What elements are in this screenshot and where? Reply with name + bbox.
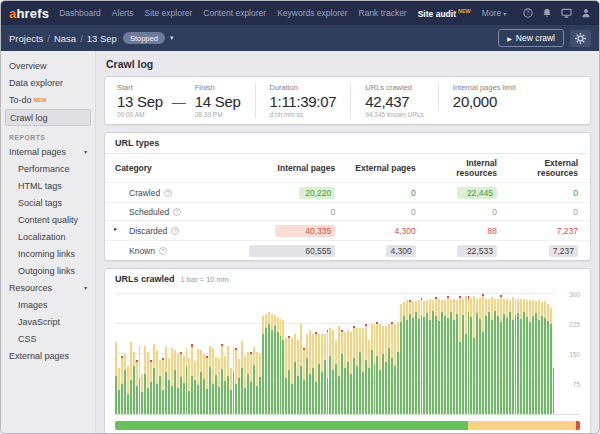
sidebar-item-performance[interactable]: Performance (1, 160, 95, 177)
value-cell: 22,533 (428, 241, 509, 261)
chart-bar (180, 352, 182, 414)
chart-bar (303, 348, 305, 414)
sidebar-item-content-quality[interactable]: Content quality (1, 211, 95, 228)
row-label: Discarded (129, 226, 167, 236)
bar-segment-3xx (415, 301, 417, 312)
display-icon[interactable] (561, 8, 572, 18)
bar-segment-2xx (547, 321, 549, 414)
nav-item-more[interactable]: More▾ (482, 8, 506, 18)
new-crawl-button[interactable]: ▶New crawl (498, 29, 564, 47)
bar-segment-3xx (233, 347, 235, 372)
y-tick-label: 300 (560, 291, 580, 298)
bar-segment-2xx (344, 368, 346, 414)
info-icon[interactable]: ? (159, 247, 167, 255)
bar-segment-3xx (141, 374, 143, 392)
summary-segment-3xx (468, 421, 576, 430)
chart-bar (156, 350, 158, 414)
sidebar-item-images[interactable]: Images (1, 296, 95, 313)
bar-segment-3xx (115, 342, 117, 376)
ahrefs-logo[interactable]: ahrefs (9, 6, 49, 21)
sidebar-item-localization[interactable]: Localization (1, 228, 95, 245)
bar-segment-3xx (121, 358, 123, 384)
bar-segment-2xx (253, 365, 255, 414)
sidebar-item-internal-pages[interactable]: Internal pages▾ (1, 143, 95, 160)
notifications-icon[interactable] (542, 8, 552, 18)
sidebar-item-external-pages[interactable]: External pages (1, 347, 95, 364)
sidebar-item-resources[interactable]: Resources▾ (1, 279, 95, 296)
bar-segment-2xx (397, 352, 399, 414)
bar-segment-3xx (262, 316, 264, 334)
sidebar-item-overview[interactable]: Overview (1, 57, 95, 74)
sidebar-item-crawl-log[interactable]: Crawl log (5, 109, 91, 126)
info-icon[interactable]: ? (173, 208, 181, 216)
bar-segment-3xx (309, 330, 311, 374)
nav-item-site-audit[interactable]: Site auditNEW (418, 8, 471, 19)
bar-segment-2xx (473, 338, 475, 414)
chevron-down-icon: ▾ (503, 10, 506, 17)
account-icon[interactable] (581, 8, 591, 18)
settings-button[interactable] (570, 30, 591, 47)
crawl-selector-chevron-down-icon[interactable]: ▾ (170, 34, 174, 42)
stat-value: 20,000 (453, 93, 516, 110)
nav-item-keywords-explorer[interactable]: Keywords explorer (277, 8, 347, 18)
bar-segment-3xx (285, 338, 287, 378)
bar-segment-3xx (550, 308, 552, 324)
bar-segment-2xx (526, 317, 528, 414)
bar-segment-2xx (462, 315, 464, 414)
sidebar-item-html-tags[interactable]: HTML tags (1, 177, 95, 194)
chart-bar (324, 334, 326, 414)
sidebar-item-social-tags[interactable]: Social tags (1, 194, 95, 211)
expand-caret-icon[interactable]: ▸ (114, 225, 117, 233)
bar-segment-3xx (256, 352, 258, 386)
chevron-down-icon: ▾ (84, 284, 87, 291)
bar-segment-2xx (130, 380, 132, 414)
help-icon[interactable]: ? (523, 8, 533, 18)
chart-bar (271, 314, 273, 414)
stat-value: 42,437 (365, 93, 424, 110)
row-label-cell: Scheduled? (105, 203, 249, 221)
url-types-table: CategoryInternal pagesExternal pagesInte… (105, 154, 590, 260)
chart-bar (209, 346, 211, 414)
crawl-chart[interactable]: 75150225300 (115, 289, 580, 415)
sidebar-item-to-do[interactable]: To-doNEW (1, 91, 95, 108)
chart-bar (318, 334, 320, 414)
bar-segment-3xx (456, 300, 458, 314)
breadcrumb-projects[interactable]: Projects (9, 33, 43, 44)
nav-item-rank-tracker[interactable]: Rank tracker (359, 8, 407, 18)
info-icon[interactable]: ? (171, 227, 179, 235)
bar-segment-3xx (426, 300, 428, 313)
bar-segment-2xx (241, 368, 243, 414)
value-cell: 0 (509, 183, 590, 203)
nav-item-content-explorer[interactable]: Content explorer (203, 8, 266, 18)
chart-bar (332, 330, 334, 414)
sidebar-item-javascript[interactable]: JavaScript (1, 313, 95, 330)
sidebar-item-data-explorer[interactable]: Data explorer (1, 74, 95, 91)
bar-segment-2xx (188, 391, 190, 414)
bar-segment-2xx (535, 313, 537, 414)
chart-bar (247, 352, 249, 414)
breadcrumb-13-sep[interactable]: 13 Sep (87, 33, 117, 44)
chart-bar (412, 301, 414, 414)
chart-bar (547, 304, 549, 414)
bar-segment-3xx (520, 299, 522, 319)
bar-segment-3xx (318, 334, 320, 364)
chart-bar (329, 328, 331, 414)
info-icon[interactable]: ? (164, 189, 172, 197)
nav-item-dashboard[interactable]: Dashboard (59, 8, 101, 18)
sidebar-item-css[interactable]: CSS (1, 330, 95, 347)
value-cell: 0 (428, 203, 509, 221)
breadcrumb-nasa[interactable]: Nasa (54, 33, 76, 44)
sidebar-item-incoming-links[interactable]: Incoming links (1, 245, 95, 262)
summary-segment-4xx (576, 421, 580, 430)
bar-segment-3xx (379, 324, 381, 370)
chart-bar (409, 300, 411, 414)
nav-item-site-explorer[interactable]: Site explorer (145, 8, 193, 18)
bar-segment-2xx (259, 377, 261, 414)
bar-segment-2xx (465, 334, 467, 414)
cell-value: 22,533 (457, 245, 497, 257)
sidebar-item-outgoing-links[interactable]: Outgoing links (1, 262, 95, 279)
chart-bar (280, 319, 282, 414)
bar-segment-3xx (197, 349, 199, 385)
chart-bar (144, 346, 146, 414)
nav-item-alerts[interactable]: Alerts (112, 8, 134, 18)
